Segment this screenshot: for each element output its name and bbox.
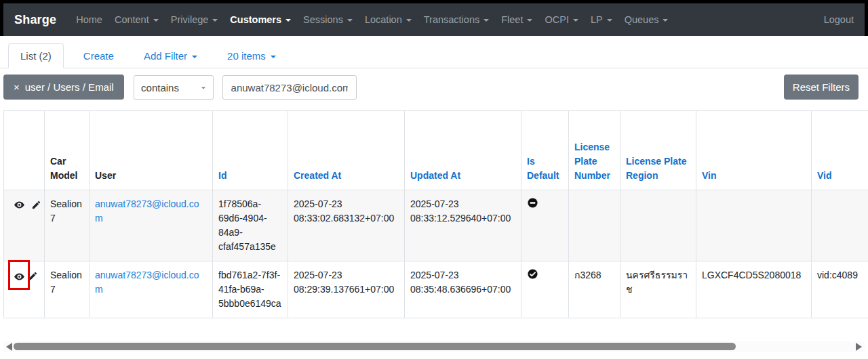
chevron-down-icon	[663, 19, 668, 22]
navbar: Sharge Home Content Privilege Customers …	[0, 3, 868, 36]
nav-item-queues[interactable]: Queues	[618, 14, 675, 25]
license-plate-number-cell	[569, 190, 620, 261]
tab-create[interactable]: Create	[73, 44, 124, 68]
table-row: Sealion 7 anuwat78273@icloud.com 1f78506…	[4, 190, 868, 261]
column-header-created-at[interactable]: Created At	[288, 111, 405, 190]
column-header-user: User	[90, 111, 213, 190]
nav-item-label: Privilege	[171, 14, 209, 25]
nav-item-fleet[interactable]: Fleet	[495, 14, 538, 25]
chevron-down-icon	[201, 87, 205, 89]
chevron-down-icon	[406, 19, 412, 22]
column-header-is-default[interactable]: Is Default	[521, 111, 569, 190]
nav-item-label: Home	[76, 14, 102, 25]
nav-item-label: Sessions	[303, 14, 343, 25]
user-email-link[interactable]: anuwat78273@icloud.com	[95, 198, 199, 224]
nav-item-label: Location	[365, 14, 402, 25]
nav-item-label: Transactions	[424, 14, 479, 25]
page-size-dropdown[interactable]: 20 items	[217, 44, 286, 68]
nav-item-label: LP	[591, 14, 603, 25]
brand-logo[interactable]: Sharge	[14, 13, 56, 27]
results-table: Car Model User Id Created At Updated At …	[3, 110, 868, 318]
filter-field-label: user / Users / Email	[25, 81, 114, 93]
nav-item-label: Content	[115, 14, 149, 25]
pencil-icon	[31, 200, 41, 210]
nav-item-home[interactable]: Home	[70, 14, 108, 25]
column-header-license-plate-number[interactable]: License Plate Number	[569, 111, 620, 190]
chevron-down-icon	[285, 19, 291, 22]
nav-item-label: Queues	[625, 14, 659, 25]
filter-operator-select[interactable]: contains	[134, 75, 214, 100]
updated-at-cell: 2025-07-23 08:33:12.529640+07:00	[405, 190, 521, 261]
vid-cell: vid:c4089	[812, 261, 868, 318]
user-email-link[interactable]: anuwat78273@icloud.com	[95, 270, 199, 295]
nav-item-label: Fleet	[501, 14, 523, 25]
vin-cell	[696, 190, 812, 261]
nav-item-customers[interactable]: Customers	[224, 14, 297, 25]
car-model-cell: Sealion 7	[45, 190, 90, 261]
active-filters-bar: × user / Users / Email contains Reset Fi…	[3, 75, 865, 100]
column-header-id[interactable]: Id	[213, 111, 288, 190]
license-plate-region-cell	[620, 190, 696, 261]
filter-value-input[interactable]	[222, 75, 357, 100]
scroll-right-arrow-icon[interactable]	[856, 343, 862, 351]
nav-item-location[interactable]: Location	[359, 14, 418, 25]
row-actions-cell	[4, 261, 45, 318]
nav-item-lp[interactable]: LP	[585, 14, 618, 25]
is-default-cell	[521, 190, 569, 261]
license-plate-region-cell: นครศรีธรรมราช	[620, 261, 696, 318]
check-circle-icon	[527, 268, 538, 284]
reset-filters-button[interactable]: Reset Filters	[784, 75, 859, 100]
row-actions-cell	[4, 190, 45, 261]
column-header-actions	[4, 111, 45, 190]
created-at-cell: 2025-07-23 08:33:02.683132+07:00	[288, 190, 405, 261]
scroll-left-arrow-icon[interactable]	[6, 343, 12, 351]
app-window: Sharge Home Content Privilege Customers …	[0, 0, 868, 359]
column-header-license-plate-region[interactable]: License Plate Region	[620, 111, 696, 190]
vid-cell	[812, 190, 868, 261]
chevron-down-icon	[347, 19, 353, 22]
chevron-down-icon	[607, 19, 612, 22]
eye-icon	[14, 199, 25, 211]
header-row: Car Model User Id Created At Updated At …	[4, 111, 868, 190]
user-cell: anuwat78273@icloud.com	[90, 261, 213, 318]
column-header-car-model: Car Model	[45, 111, 90, 190]
tab-label: Add Filter	[144, 50, 187, 62]
nav-item-content[interactable]: Content	[108, 14, 165, 25]
chevron-down-icon	[484, 19, 489, 22]
highlight-box	[8, 260, 30, 290]
chevron-down-icon	[271, 56, 276, 58]
chevron-down-icon	[192, 56, 197, 58]
column-header-vin[interactable]: Vin	[696, 111, 812, 190]
remove-filter-icon[interactable]: ×	[14, 81, 20, 93]
view-record-button[interactable]	[14, 199, 25, 211]
add-filter-dropdown[interactable]: Add Filter	[134, 44, 208, 68]
scrollbar-thumb[interactable]	[14, 343, 736, 350]
car-model-cell: Sealion 7	[45, 261, 90, 318]
results-table-container: Car Model User Id Created At Updated At …	[3, 110, 868, 318]
tab-label: Create	[83, 50, 114, 62]
id-cell: 1f78506a-69d6-4904-84a9-cfaf457a135e	[213, 190, 288, 261]
horizontal-scrollbar[interactable]	[3, 341, 865, 352]
updated-at-cell: 2025-07-23 08:35:48.636696+07:00	[405, 261, 521, 318]
logout-button[interactable]: Logout	[824, 14, 854, 25]
vin-cell: LGXCF4CD5S2080018	[696, 261, 812, 318]
user-cell: anuwat78273@icloud.com	[90, 190, 213, 261]
column-header-updated-at[interactable]: Updated At	[405, 111, 521, 190]
nav-item-ocpi[interactable]: OCPI	[538, 14, 584, 25]
minus-circle-icon	[527, 197, 538, 213]
chevron-down-icon	[212, 19, 218, 22]
tab-list[interactable]: List (2)	[8, 43, 64, 68]
table-row: Sealion 7 anuwat78273@icloud.com fbd761a…	[4, 261, 868, 318]
column-header-vid[interactable]: Vid	[812, 111, 868, 190]
tab-bar: List (2) Create Add Filter 20 items	[0, 42, 868, 68]
filter-operator-value: contains	[141, 82, 179, 93]
nav-item-label: OCPI	[545, 14, 568, 25]
created-at-cell: 2025-07-23 08:29:39.137661+07:00	[288, 261, 405, 318]
chevron-down-icon	[573, 19, 578, 22]
nav-item-sessions[interactable]: Sessions	[297, 14, 359, 25]
filter-tag-user-email[interactable]: × user / Users / Email	[3, 75, 124, 100]
chevron-down-icon	[527, 19, 532, 22]
edit-record-button[interactable]	[31, 200, 41, 210]
nav-item-privilege[interactable]: Privilege	[165, 14, 224, 25]
nav-item-transactions[interactable]: Transactions	[418, 14, 495, 25]
